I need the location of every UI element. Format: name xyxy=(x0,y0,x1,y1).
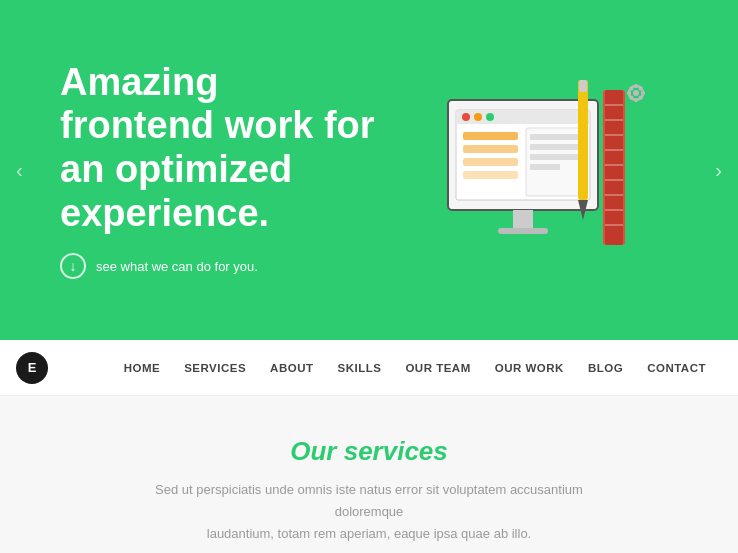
nav-our-work[interactable]: OUR WORK xyxy=(483,362,576,374)
svg-point-32 xyxy=(633,90,639,96)
nav-blog[interactable]: BLOG xyxy=(576,362,635,374)
hero-cta[interactable]: ↓ see what we can do for you. xyxy=(60,253,380,279)
services-title-plain: Our xyxy=(290,436,343,466)
svg-rect-13 xyxy=(530,134,578,140)
svg-rect-18 xyxy=(605,90,623,245)
nav-our-team[interactable]: OUR TEAM xyxy=(393,362,482,374)
nav-about[interactable]: ABOUT xyxy=(258,362,325,374)
svg-rect-30 xyxy=(579,80,587,92)
nav-contact[interactable]: CONTACT xyxy=(635,362,718,374)
services-title-accent: services xyxy=(344,436,448,466)
svg-point-6 xyxy=(474,113,482,121)
hero-content: Amazing frontend work for an optimized e… xyxy=(60,61,380,280)
svg-rect-9 xyxy=(463,145,518,153)
hero-prev-arrow[interactable]: ‹ xyxy=(16,159,23,182)
hero-section: ‹ Amazing frontend work for an optimized… xyxy=(0,0,738,340)
navbar: E HOME SERVICES ABOUT SKILLS OUR TEAM OU… xyxy=(0,340,738,396)
hero-cta-icon: ↓ xyxy=(60,253,86,279)
svg-rect-10 xyxy=(463,158,518,166)
services-subtitle: Sed ut perspiciatis unde omnis iste natu… xyxy=(139,479,599,545)
navbar-nav: HOME SERVICES ABOUT SKILLS OUR TEAM OUR … xyxy=(112,362,718,374)
svg-rect-8 xyxy=(463,132,518,140)
svg-point-5 xyxy=(462,113,470,121)
svg-point-7 xyxy=(486,113,494,121)
services-title: Our services xyxy=(20,436,718,467)
svg-rect-15 xyxy=(530,154,578,160)
svg-rect-16 xyxy=(530,164,560,170)
svg-rect-14 xyxy=(530,144,578,150)
hero-next-arrow[interactable]: › xyxy=(715,159,722,182)
nav-skills[interactable]: SKILLS xyxy=(325,362,393,374)
svg-rect-2 xyxy=(513,210,533,228)
hero-title: Amazing frontend work for an optimized e… xyxy=(60,61,380,236)
svg-rect-3 xyxy=(498,228,548,234)
svg-rect-28 xyxy=(578,80,588,200)
nav-services[interactable]: SERVICES xyxy=(172,362,258,374)
hero-cta-label: see what we can do for you. xyxy=(96,259,258,274)
services-section: Our services Sed ut perspiciatis unde om… xyxy=(0,396,738,553)
navbar-logo: E xyxy=(16,352,48,384)
hero-illustration xyxy=(418,60,658,280)
nav-home[interactable]: HOME xyxy=(112,362,173,374)
svg-rect-11 xyxy=(463,171,518,179)
